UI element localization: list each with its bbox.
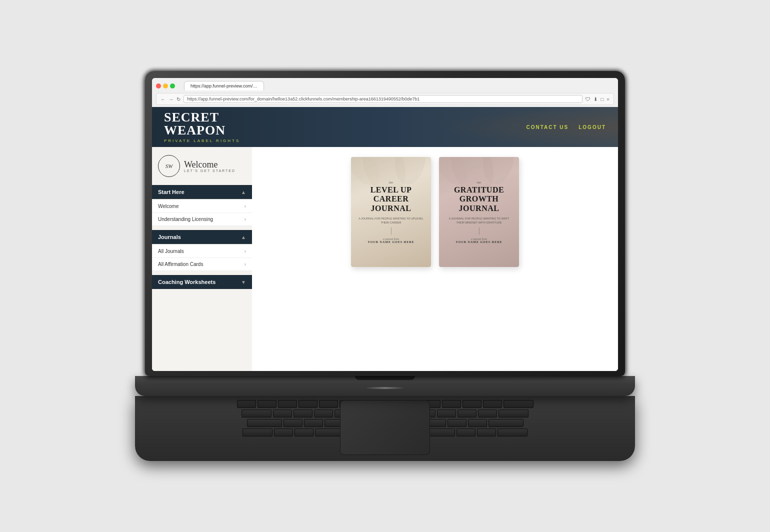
key [247, 419, 282, 427]
maximize-button[interactable] [170, 84, 175, 88]
chevron-right-icon: › [244, 262, 246, 267]
sidebar-item-affirmation-cards[interactable]: All Affirmation Cards › [152, 258, 252, 271]
journal-divider [391, 228, 392, 234]
key [314, 410, 333, 418]
contact-us-link[interactable]: CONTACT US [526, 124, 568, 130]
journal-the-label-2: the [477, 180, 482, 184]
minimize-button[interactable] [163, 84, 168, 88]
nav-forward-icon[interactable]: → [168, 96, 174, 102]
key [298, 400, 318, 408]
menu-icon[interactable]: ≡ [606, 96, 610, 102]
browser-tab[interactable]: https://app.funnel-preview.com/for_domai… [184, 81, 264, 90]
key [456, 428, 476, 436]
reload-icon[interactable]: ↻ [176, 96, 180, 102]
logo-subtitle: PRIVATE LABEL RIGHTS [164, 138, 240, 143]
website: SECRET WEAPON PRIVATE LABEL RIGHTS CONTA… [152, 107, 618, 371]
key [498, 428, 528, 436]
key [477, 428, 496, 436]
sidebar-item-understanding-licensing[interactable]: Understanding Licensing › [152, 213, 252, 226]
laptop-base-shine [365, 387, 405, 389]
sidebar-section-start-here[interactable]: Start Here ▲ [152, 185, 252, 199]
close-button[interactable] [156, 84, 161, 88]
site-header: SECRET WEAPON PRIVATE LABEL RIGHTS CONTA… [152, 107, 618, 147]
screen-inner: https://app.funnel-preview.com/for_domai… [152, 78, 618, 371]
key [242, 428, 272, 436]
key [442, 400, 461, 408]
sidebar: SW Welcome LET'S GET STARTED Start Here … [152, 147, 252, 371]
key [278, 400, 297, 408]
journal-subtitle-level-up: A JOURNAL FOR PEOPLE WANTING TO UPLEVEL … [357, 217, 425, 224]
chevron-up-icon: ▲ [241, 190, 246, 195]
chevron-down-icon: ▼ [241, 280, 246, 285]
journal-card-level-up[interactable]: the LEVEL UP CAREER JOURNAL A JOURNAL FO… [351, 157, 431, 267]
journal-inner-level-up: the LEVEL UP CAREER JOURNAL A JOURNAL FO… [351, 157, 431, 267]
key [294, 410, 312, 418]
key [437, 410, 456, 418]
sw-monogram: SW [166, 163, 173, 169]
key [478, 410, 497, 418]
key [237, 400, 256, 408]
journal-card-gratitude[interactable]: the GRATITUDE GROWTH JOURNAL A JOURNAL F… [439, 157, 519, 267]
url-bar[interactable]: https://app.funnel-preview.com/for_domai… [184, 95, 582, 103]
chevron-right-icon: › [244, 204, 246, 209]
journal-divider-2 [479, 228, 480, 234]
key [273, 410, 292, 418]
nav-back-icon[interactable]: ← [160, 96, 166, 102]
logo-title: SECRET WEAPON [164, 111, 240, 137]
journal-from-label-2: a journal from [471, 238, 487, 240]
journal-inner-gratitude: the GRATITUDE GROWTH JOURNAL A JOURNAL F… [439, 157, 519, 267]
key [304, 419, 323, 427]
welcome-script: Welcome [184, 160, 236, 169]
security-icon: 🛡 [586, 96, 590, 102]
laptop-base [135, 376, 635, 396]
share-icon[interactable]: □ [600, 96, 604, 102]
sidebar-item-welcome[interactable]: Welcome › [152, 200, 252, 213]
main-content: the LEVEL UP CAREER JOURNAL A JOURNAL FO… [252, 147, 618, 371]
journal-subtitle-gratitude: A JOURNAL FOR PEOPLE WANTING TO SHIFT TH… [445, 217, 513, 224]
browser-toolbar: ← → ↻ https://app.funnel-preview.com/for… [156, 93, 614, 105]
logout-link[interactable]: LOGOUT [578, 124, 606, 130]
site-logo: SECRET WEAPON PRIVATE LABEL RIGHTS [164, 111, 240, 143]
key [468, 419, 487, 427]
laptop-keyboard [135, 396, 635, 461]
key [498, 410, 528, 418]
sw-logo-circle: SW [158, 155, 180, 177]
welcome-text-area: Welcome LET'S GET STARTED [184, 160, 236, 172]
sidebar-section-coaching[interactable]: Coaching Worksheets ▼ [152, 275, 252, 289]
sidebar-welcome: SW Welcome LET'S GET STARTED [152, 155, 252, 185]
lets-get-started: LET'S GET STARTED [184, 169, 236, 172]
key [319, 400, 338, 408]
key [242, 410, 272, 418]
trackpad[interactable] [340, 400, 430, 455]
journal-title-level-up: LEVEL UP CAREER JOURNAL [370, 186, 412, 213]
traffic-lights [156, 84, 175, 88]
sidebar-section-journals[interactable]: Journals ▲ [152, 230, 252, 244]
chevron-up-icon: ▲ [241, 234, 246, 240]
key [504, 400, 534, 408]
key [448, 419, 466, 427]
key [483, 400, 502, 408]
journal-name-placeholder-2: YOUR NAME GOES HERE [456, 240, 502, 244]
chevron-right-icon: › [244, 216, 246, 222]
download-icon[interactable]: ⬇ [594, 96, 598, 102]
journal-the-label: the [389, 180, 394, 184]
key [294, 428, 314, 436]
journal-from-label: a journal from [383, 238, 399, 240]
key [458, 410, 476, 418]
key [284, 419, 302, 427]
chevron-right-icon: › [244, 248, 246, 254]
browser-chrome: https://app.funnel-preview.com/for_domai… [152, 78, 618, 107]
key [274, 428, 293, 436]
site-nav: CONTACT US LOGOUT [526, 124, 606, 130]
key [258, 400, 276, 408]
laptop-mockup: https://app.funnel-preview.com/for_domai… [110, 71, 660, 461]
screen-bezel: https://app.funnel-preview.com/for_domai… [145, 71, 625, 376]
laptop-notch [355, 376, 415, 380]
key [488, 419, 524, 427]
journal-title-gratitude: GRATITUDE GROWTH JOURNAL [454, 186, 504, 213]
journal-name-placeholder: YOUR NAME GOES HERE [368, 240, 414, 244]
key [462, 400, 482, 408]
site-body: SW Welcome LET'S GET STARTED Start Here … [152, 147, 618, 371]
sidebar-item-all-journals[interactable]: All Journals › [152, 245, 252, 258]
